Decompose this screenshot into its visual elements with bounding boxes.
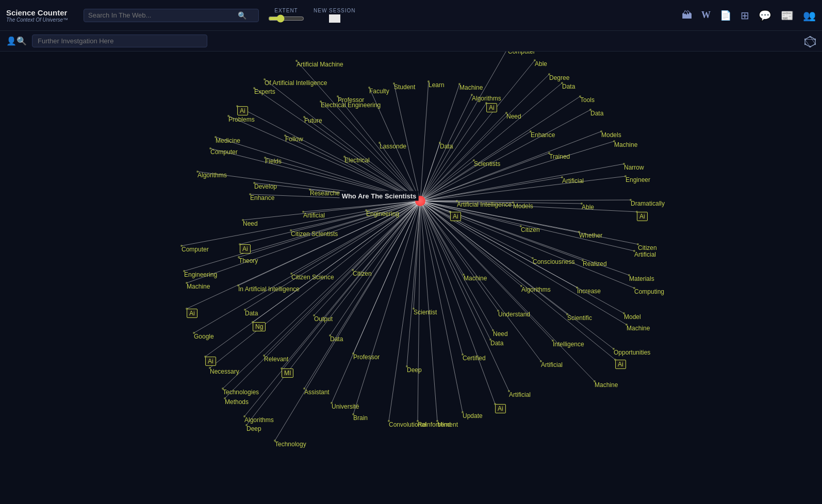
node-word: Ai	[637, 212, 648, 221]
document-icon[interactable]: 📄	[720, 10, 731, 21]
svg-point-184	[520, 225, 522, 227]
node-word: Scientists	[474, 160, 500, 167]
svg-line-53	[330, 201, 420, 335]
svg-line-14	[237, 106, 420, 201]
extent-slider[interactable]	[268, 14, 304, 23]
extent-area: EXTENT	[268, 8, 304, 23]
svg-point-126	[196, 171, 199, 173]
secondary-bar: 👤🔍	[0, 31, 822, 52]
svg-point-203	[576, 287, 578, 289]
users-icon[interactable]: 👥	[803, 9, 816, 22]
node-word: Learn	[429, 81, 445, 89]
svg-point-224	[623, 312, 625, 314]
node-word: Citizen	[638, 244, 657, 251]
svg-point-128	[249, 193, 251, 195]
svg-line-62	[369, 88, 420, 201]
svg-point-214	[600, 130, 602, 132]
svg-line-100	[420, 52, 508, 201]
svg-point-190	[489, 339, 491, 341]
node-word: Machine	[464, 275, 487, 282]
svg-line-64	[420, 81, 429, 201]
node-word: Data	[245, 310, 258, 317]
node-word: Computer	[210, 148, 238, 156]
svg-point-173	[379, 142, 381, 144]
node-word: Brain	[353, 414, 368, 422]
svg-point-199	[561, 176, 563, 178]
mountain-icon[interactable]: 🏔	[682, 9, 692, 21]
node-word: Technology	[275, 441, 306, 448]
svg-line-37	[223, 201, 420, 389]
node-word: Convolutional	[389, 421, 426, 428]
node-word: Engineering	[184, 271, 217, 278]
node-word: Realized	[583, 260, 607, 267]
svg-line-108	[420, 164, 624, 201]
graphql-icon[interactable]	[804, 36, 816, 47]
svg-line-70	[420, 95, 472, 201]
svg-line-13	[254, 88, 420, 201]
svg-point-191	[462, 354, 464, 356]
svg-line-26	[184, 201, 420, 271]
wikipedia-icon[interactable]: W	[701, 10, 711, 21]
svg-point-131	[180, 245, 183, 247]
node-word: Necessary	[210, 368, 239, 375]
svg-line-55	[304, 201, 420, 389]
svg-point-151	[320, 100, 322, 103]
svg-line-38	[225, 201, 420, 398]
svg-point-134	[183, 270, 185, 272]
svg-point-121	[253, 87, 255, 89]
new-session-label: NEW SESSION	[314, 8, 356, 13]
node-word: Data	[590, 110, 603, 117]
node-word: Of Artificial Intelligence	[265, 79, 327, 87]
svg-point-210	[548, 73, 550, 75]
node-word: Model	[624, 313, 641, 321]
svg-point-186	[463, 274, 465, 276]
search-button[interactable]: 🔍	[238, 11, 246, 20]
user-search-icon[interactable]: 👤🔍	[6, 36, 27, 46]
svg-line-58	[389, 201, 420, 421]
new-session-button[interactable]	[329, 14, 340, 23]
svg-line-52	[314, 201, 420, 315]
further-investigation-input[interactable]	[32, 35, 207, 47]
svg-point-152	[303, 116, 305, 118]
chat-icon[interactable]: 💬	[759, 9, 771, 22]
svg-point-200	[581, 203, 583, 205]
svg-point-185	[532, 257, 534, 259]
svg-point-209	[534, 59, 536, 61]
svg-point-118	[456, 200, 458, 202]
node-word: In Artificial Intelligence	[238, 285, 300, 293]
svg-line-49	[291, 201, 420, 230]
node-word: Computing	[634, 288, 664, 295]
svg-line-54	[353, 201, 420, 354]
svg-line-82	[420, 201, 490, 340]
svg-line-78	[420, 201, 464, 275]
svg-point-222	[628, 274, 630, 276]
svg-line-115	[420, 201, 634, 288]
node-word: Deep	[407, 366, 422, 374]
svg-point-146	[224, 397, 226, 399]
svg-line-25	[239, 201, 420, 257]
node-word: Artificial Machine	[297, 61, 343, 68]
node-word: Ai	[495, 404, 506, 413]
svg-line-96	[420, 201, 567, 314]
svg-line-71	[420, 103, 486, 201]
svg-point-197	[530, 130, 532, 132]
svg-point-215	[613, 140, 615, 142]
news-icon[interactable]: 📰	[781, 9, 794, 22]
svg-point-141	[204, 356, 206, 358]
svg-line-30	[245, 201, 420, 310]
header-bar: Science Counter The Context Of Universe™…	[0, 0, 822, 31]
node-word: Algorithms	[521, 286, 551, 293]
svg-line-84	[420, 201, 541, 361]
node-word: Ai	[187, 309, 198, 318]
svg-point-219	[636, 211, 638, 213]
svg-point-159	[352, 269, 354, 271]
node-word: Ai	[486, 103, 497, 112]
search-input[interactable]	[88, 11, 238, 19]
svg-point-135	[186, 282, 188, 284]
node-word: Scientific	[567, 314, 592, 322]
svg-line-50	[291, 201, 420, 274]
node-word: Artificial	[634, 251, 656, 258]
svg-line-113	[420, 201, 634, 251]
grid-icon[interactable]: ⊞	[741, 9, 749, 22]
svg-line-11	[297, 61, 420, 201]
